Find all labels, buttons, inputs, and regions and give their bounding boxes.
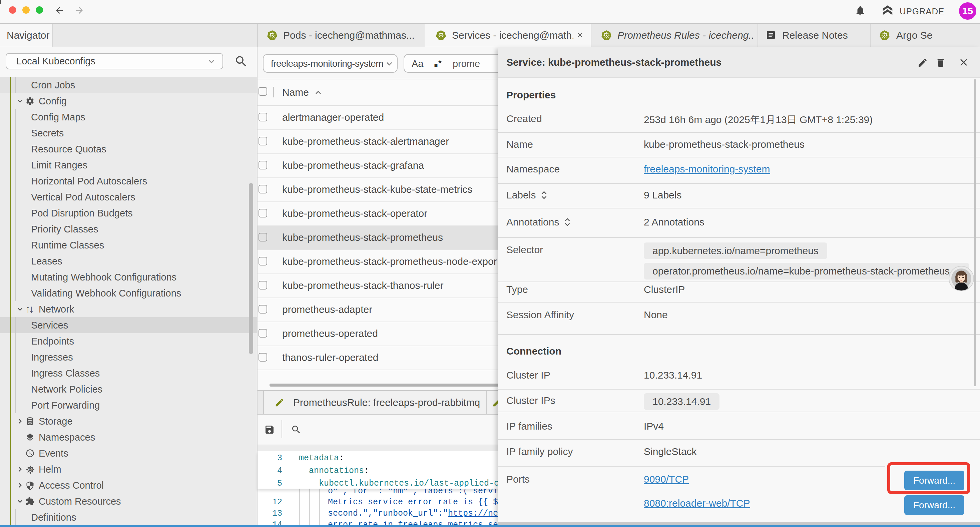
svg-text:HELM: HELM bbox=[29, 469, 32, 471]
